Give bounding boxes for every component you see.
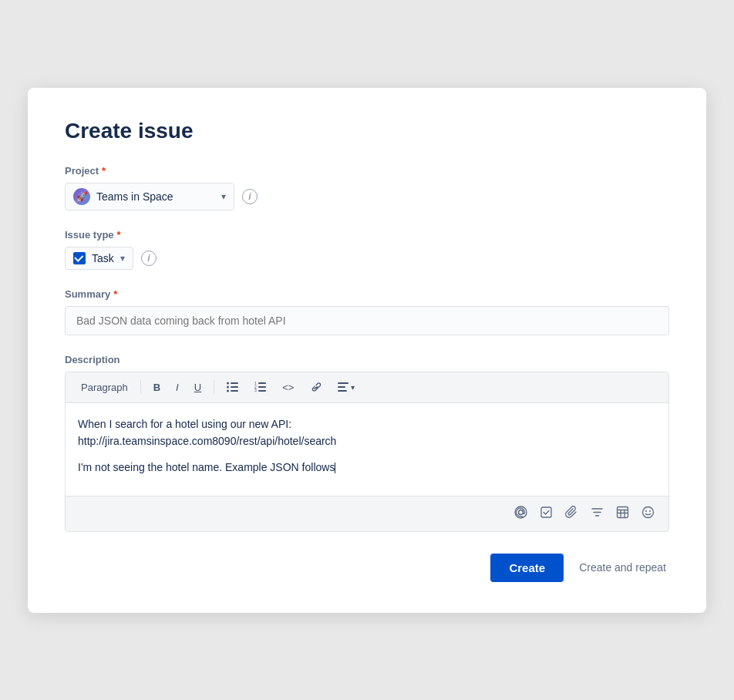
project-select[interactable]: 🚀 Teams in Space ▾ bbox=[65, 183, 234, 210]
toolbar-underline[interactable]: U bbox=[188, 379, 207, 396]
issue-type-select-wrapper: Task ▾ i bbox=[65, 247, 669, 270]
issue-type-value: Task bbox=[92, 252, 114, 264]
toolbar-bold[interactable]: B bbox=[147, 379, 167, 396]
editor-toolbar: Paragraph B I U 123 <> ▾ bbox=[66, 372, 668, 403]
modal-title: Create issue bbox=[65, 119, 669, 143]
description-line-1: When I search for a hotel using our new … bbox=[78, 416, 656, 450]
project-info-icon[interactable]: i bbox=[242, 189, 258, 204]
svg-rect-11 bbox=[258, 390, 266, 392]
issue-type-select[interactable]: Task ▾ bbox=[65, 247, 133, 270]
toolbar-code[interactable]: <> bbox=[276, 379, 300, 396]
svg-rect-14 bbox=[338, 390, 347, 392]
issue-type-info-icon[interactable]: i bbox=[141, 251, 157, 266]
svg-rect-3 bbox=[231, 382, 238, 384]
attachment-icon[interactable] bbox=[562, 503, 581, 525]
create-issue-modal: Create issue Project * 🚀 Teams in Space … bbox=[28, 88, 706, 613]
issue-type-label: Issue type * bbox=[65, 229, 669, 241]
issue-type-field-group: Issue type * Task ▾ i bbox=[65, 229, 669, 270]
svg-rect-18 bbox=[618, 506, 628, 517]
toolbar-italic[interactable]: I bbox=[170, 379, 185, 396]
project-name: Teams in Space bbox=[96, 190, 215, 203]
svg-point-24 bbox=[645, 510, 647, 512]
svg-rect-17 bbox=[541, 507, 551, 517]
svg-point-1 bbox=[227, 386, 229, 389]
toolbar-ordered-list[interactable]: 123 bbox=[248, 379, 273, 395]
chevron-down-icon: ▾ bbox=[221, 191, 226, 202]
svg-rect-4 bbox=[231, 386, 238, 388]
toolbar-link[interactable] bbox=[303, 379, 328, 395]
checklist-icon[interactable] bbox=[537, 503, 556, 525]
summary-label: Summary * bbox=[65, 288, 669, 300]
editor-bottom-toolbar bbox=[66, 496, 668, 531]
svg-text:3: 3 bbox=[254, 388, 257, 392]
create-button[interactable]: Create bbox=[490, 554, 564, 582]
toolbar-bullet-list[interactable] bbox=[221, 379, 245, 395]
description-line-2: I'm not seeing the hotel name. Example J… bbox=[78, 459, 656, 476]
toolbar-separator-2 bbox=[214, 380, 214, 394]
issue-type-chevron-icon: ▾ bbox=[120, 253, 125, 264]
project-required: * bbox=[102, 165, 106, 177]
text-cursor bbox=[335, 463, 335, 473]
summary-field-group: Summary * bbox=[65, 288, 669, 335]
actions-row: Create Create and repeat bbox=[65, 554, 669, 582]
project-icon: 🚀 bbox=[73, 188, 90, 205]
project-select-wrapper: 🚀 Teams in Space ▾ i bbox=[65, 183, 669, 210]
mention-icon[interactable] bbox=[511, 503, 530, 525]
toolbar-paragraph[interactable]: Paragraph bbox=[75, 379, 134, 396]
svg-point-25 bbox=[649, 510, 651, 512]
table-icon[interactable] bbox=[613, 503, 632, 525]
svg-rect-12 bbox=[338, 382, 348, 384]
svg-rect-9 bbox=[258, 382, 266, 384]
description-editor: Paragraph B I U 123 <> ▾ bbox=[65, 372, 669, 532]
summary-required: * bbox=[113, 288, 117, 300]
svg-point-23 bbox=[643, 506, 654, 517]
issue-type-required: * bbox=[117, 229, 121, 241]
description-label: Description bbox=[65, 354, 669, 365]
toolbar-align[interactable]: ▾ bbox=[331, 379, 361, 395]
description-field-group: Description Paragraph B I U 123 <> bbox=[65, 354, 669, 532]
toolbar-separator-1 bbox=[140, 380, 141, 394]
project-label: Project * bbox=[65, 165, 669, 177]
summary-input[interactable] bbox=[65, 306, 669, 335]
svg-rect-13 bbox=[338, 386, 345, 388]
emoji-icon[interactable] bbox=[638, 503, 658, 525]
svg-point-2 bbox=[227, 390, 229, 392]
filter-icon[interactable] bbox=[588, 503, 607, 525]
editor-content-area[interactable]: When I search for a hotel using our new … bbox=[66, 403, 668, 496]
task-checkbox-icon bbox=[73, 252, 86, 264]
svg-rect-5 bbox=[231, 390, 238, 392]
project-field-group: Project * 🚀 Teams in Space ▾ i bbox=[65, 165, 669, 210]
svg-point-0 bbox=[227, 382, 229, 385]
svg-rect-10 bbox=[258, 386, 266, 388]
create-and-repeat-button[interactable]: Create and repeat bbox=[576, 558, 669, 577]
